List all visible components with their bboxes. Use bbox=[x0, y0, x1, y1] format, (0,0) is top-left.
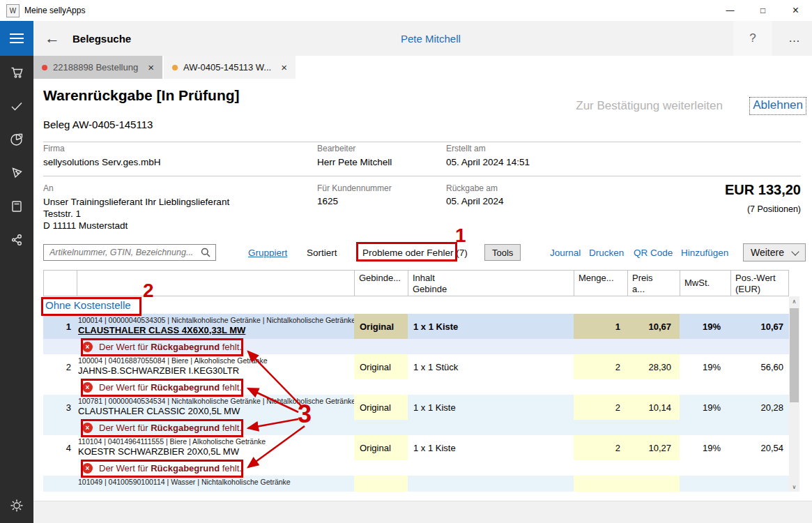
error-icon: × bbox=[82, 423, 93, 433]
col-gebinde[interactable]: Gebinde... bbox=[355, 271, 408, 296]
col-inhalt[interactable]: InhaltGebinde bbox=[408, 271, 574, 296]
hamburger-icon bbox=[10, 33, 24, 35]
company-value: sellysolutions Serv.ges.mbH bbox=[43, 157, 161, 167]
error-icon: × bbox=[82, 382, 93, 393]
col-mwst[interactable]: MwSt. bbox=[680, 271, 731, 296]
document-view: Warenrückgabe [In Prüfung] Zur Bestätigu… bbox=[33, 79, 812, 523]
table-row[interactable]: 1 100014 | 00000040534305 | Nichtalkohol… bbox=[43, 314, 789, 339]
error-message: Der Wert für Rückgabegrund fehlt. bbox=[99, 342, 242, 352]
scroll-up-icon[interactable]: ∧ bbox=[789, 296, 799, 306]
error-message: Der Wert für Rückgabegrund fehlt. bbox=[99, 382, 242, 393]
sorted-link[interactable]: Sortiert bbox=[307, 248, 337, 258]
forward-for-approval-button[interactable]: Zur Bestätigung weiterleiten bbox=[576, 99, 723, 113]
sidebar-item-tasks[interactable] bbox=[0, 89, 33, 123]
scrollbar-thumb[interactable] bbox=[790, 308, 799, 402]
document-title: Warenrückgabe [In Prüfung] bbox=[43, 87, 240, 104]
error-row: × Der Wert für Rückgabegrund fehlt. bbox=[43, 460, 789, 476]
check-icon bbox=[9, 98, 24, 114]
editor-value: Herr Pete Mitchell bbox=[317, 157, 392, 167]
sidebar-item-share[interactable] bbox=[0, 223, 33, 257]
positions-table: Gebinde... InhaltGebinde Menge... Preisa… bbox=[43, 270, 789, 492]
sidebar-item-cart[interactable] bbox=[0, 56, 33, 89]
gebinde-cell[interactable]: Original bbox=[354, 435, 408, 460]
table-row[interactable]: 4 110104 | 04014964111555 | Biere | Alko… bbox=[43, 435, 789, 460]
tab-bestellung[interactable]: 22188898 Bestellung × bbox=[33, 56, 162, 79]
gebinde-cell[interactable]: Original bbox=[354, 354, 408, 379]
preis-cell[interactable]: 10,67 bbox=[627, 314, 680, 339]
preis-cell[interactable]: 10,27 bbox=[627, 435, 680, 460]
app-header: ← Belegsuche Pete Mitchell ? … bbox=[0, 21, 812, 56]
sidebar-item-settings[interactable] bbox=[0, 491, 33, 520]
sidebar-item-statistics[interactable] bbox=[0, 123, 33, 156]
gebinde-cell[interactable] bbox=[354, 476, 408, 492]
group-header-ohne-kostenstelle[interactable]: Ohne Kostenstelle bbox=[43, 296, 789, 314]
more-dropdown-button[interactable]: Weitere bbox=[743, 243, 806, 262]
tab-close-icon[interactable]: × bbox=[281, 61, 287, 73]
document-tabbar: 22188898 Bestellung × AW-0405-145113 W..… bbox=[33, 56, 812, 79]
customer-number-label: Für Kundennummer bbox=[317, 183, 392, 193]
share-icon bbox=[9, 232, 24, 248]
app-logo-icon: W bbox=[6, 4, 20, 17]
user-name-link[interactable]: Pete Mitchell bbox=[401, 21, 461, 56]
menge-cell[interactable]: 1 bbox=[574, 314, 627, 339]
col-article bbox=[77, 271, 355, 296]
qr-code-link[interactable]: QR Code bbox=[634, 248, 673, 258]
app-sidebar bbox=[0, 56, 33, 523]
divider bbox=[43, 176, 801, 176]
divider bbox=[43, 142, 801, 142]
journal-link[interactable]: Journal bbox=[550, 248, 581, 258]
tools-button[interactable]: Tools bbox=[484, 244, 521, 261]
overflow-menu-icon[interactable]: … bbox=[776, 21, 812, 56]
help-icon[interactable]: ? bbox=[733, 21, 772, 56]
grouped-link[interactable]: Gruppiert bbox=[248, 248, 287, 258]
menge-cell[interactable]: 2 bbox=[574, 435, 627, 460]
close-icon[interactable]: × bbox=[779, 0, 812, 21]
col-wert[interactable]: Pos.-Wert(EUR) bbox=[731, 271, 789, 296]
reject-button[interactable]: Ablehnen bbox=[749, 97, 806, 115]
gebinde-cell[interactable]: Original bbox=[354, 314, 408, 339]
add-link[interactable]: Hinzufügen bbox=[681, 248, 728, 258]
gebinde-cell[interactable]: Original bbox=[354, 395, 408, 420]
customer-number-value: 1625 bbox=[317, 196, 338, 206]
preis-cell[interactable]: 28,30 bbox=[627, 354, 680, 379]
table-row[interactable]: 101049 | 04100590100114 | Wasser | Nicht… bbox=[43, 476, 789, 492]
sidebar-item-offers[interactable] bbox=[0, 156, 33, 190]
return-date-label: Rückgabe am bbox=[446, 183, 498, 193]
menge-cell[interactable]: 2 bbox=[574, 354, 627, 379]
cart-icon bbox=[9, 65, 24, 80]
settings-gear-icon bbox=[9, 498, 24, 513]
tab-close-icon[interactable]: × bbox=[148, 61, 154, 73]
maximize-icon[interactable]: □ bbox=[746, 0, 779, 21]
recipient-label: An bbox=[43, 183, 54, 193]
table-scrollbar[interactable]: ∧ ∨ bbox=[789, 296, 799, 492]
pie-chart-icon bbox=[9, 132, 24, 147]
preis-cell[interactable]: 10,14 bbox=[627, 395, 680, 420]
preis-cell[interactable] bbox=[627, 476, 680, 492]
minimize-icon[interactable]: — bbox=[714, 0, 746, 21]
problems-errors-link[interactable]: Probleme oder Fehler (7) bbox=[362, 248, 468, 258]
recipient-address: Unser Trainingslieferant Ihr Lieblingsli… bbox=[43, 196, 229, 232]
error-icon: × bbox=[82, 463, 93, 473]
hamburger-menu-button[interactable] bbox=[0, 21, 33, 56]
table-row[interactable]: 3 100781 | 00000040534534 | Nichtalkohol… bbox=[43, 395, 789, 420]
sidebar-item-catalog[interactable] bbox=[0, 190, 33, 223]
tab-label: 22188898 Bestellung bbox=[53, 62, 138, 73]
search-input[interactable] bbox=[44, 248, 201, 257]
article-name: CLAUSTHALER CLASS 4X6X0,33L MW bbox=[78, 325, 354, 335]
content-footer bbox=[33, 501, 812, 523]
menge-cell[interactable]: 2 bbox=[574, 395, 627, 420]
back-arrow-icon[interactable]: ← bbox=[39, 21, 66, 56]
article-name: KOESTR SCHWARZBIER 20X0,5L MW bbox=[78, 446, 354, 457]
tab-status-dot-orange bbox=[172, 65, 178, 70]
window-controls: — □ × bbox=[714, 0, 812, 21]
scroll-down-icon[interactable]: ∨ bbox=[789, 482, 799, 492]
tab-warenrueckgabe[interactable]: AW-0405-145113 W... × bbox=[164, 56, 296, 79]
chevron-down-icon bbox=[791, 248, 799, 255]
col-preis[interactable]: Preisa... bbox=[628, 271, 680, 296]
col-menge[interactable]: Menge... bbox=[574, 271, 628, 296]
created-label: Erstellt am bbox=[446, 144, 486, 153]
menge-cell[interactable] bbox=[574, 476, 627, 492]
created-value: 05. April 2024 14:51 bbox=[446, 157, 530, 167]
print-link[interactable]: Drucken bbox=[589, 248, 624, 258]
table-row[interactable]: 2 100004 | 04016887055084 | Biere | Alko… bbox=[43, 354, 789, 379]
